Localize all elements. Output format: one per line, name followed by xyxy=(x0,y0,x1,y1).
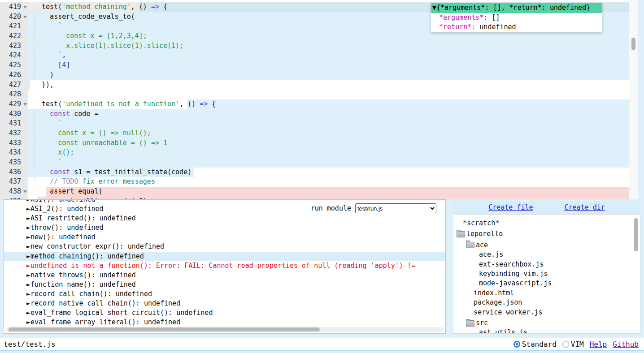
triangle-right-icon[interactable]: ► xyxy=(26,252,30,260)
inspector-value: undefined xyxy=(475,23,516,31)
fold-widget[interactable] xyxy=(22,187,28,197)
code-line[interactable]: x(); xyxy=(28,148,629,158)
console-item[interactable]: ►method chaining(): undefined xyxy=(4,252,445,261)
keybinding-standard-label: Standard xyxy=(522,340,557,349)
console-item[interactable]: ►eval_frame logical short circuit(): und… xyxy=(4,308,445,318)
fold-widget[interactable] xyxy=(22,99,28,109)
triangle-right-icon[interactable]: ► xyxy=(26,290,30,298)
triangle-right-icon[interactable]: ► xyxy=(26,199,30,203)
code-line-row: 435 ` xyxy=(0,158,629,168)
tree-item-src[interactable]: src xyxy=(453,319,640,328)
triangle-right-icon[interactable]: ► xyxy=(26,224,30,232)
run-module-select[interactable]: test/run.js xyxy=(355,203,436,213)
tree-item-mode-javascript-js[interactable]: mode-javascript.js xyxy=(453,279,640,288)
code-line-row: 431 ` xyxy=(0,119,629,129)
keybinding-standard-option[interactable]: Standard xyxy=(513,340,557,349)
triangle-right-icon[interactable]: ► xyxy=(26,242,30,250)
line-number-gutter: 438 xyxy=(0,187,28,197)
fold-widget[interactable] xyxy=(22,12,28,22)
console-item[interactable]: ►ASI_restrited(): undefined xyxy=(4,214,445,223)
triangle-right-icon[interactable]: ► xyxy=(26,205,30,213)
tree-item-ace[interactable]: ace xyxy=(453,241,640,250)
code-token: 4 xyxy=(62,61,66,69)
code-line-text: ` xyxy=(28,119,62,129)
keybinding-vim-option[interactable]: VIM xyxy=(562,340,584,349)
console-item-text: throw(): undefined xyxy=(30,224,104,232)
fold-arrow-icon[interactable] xyxy=(23,16,27,18)
console-horizontal-scrollbar[interactable] xyxy=(6,327,444,332)
triangle-right-icon[interactable]: ► xyxy=(26,280,30,288)
triangle-right-icon[interactable]: ► xyxy=(26,233,30,241)
fold-arrow-icon[interactable] xyxy=(23,103,27,106)
code-line[interactable] xyxy=(28,90,629,99)
tree-item-ext-searchbox-js[interactable]: ext-searchbox.js xyxy=(453,260,640,269)
radio-selected-icon[interactable] xyxy=(513,341,520,348)
code-line-row: 425 [4] xyxy=(0,60,629,70)
code-token xyxy=(34,22,58,30)
triangle-down-icon[interactable]: ▼ xyxy=(432,4,436,12)
tree-item-ace-js[interactable]: ace.js xyxy=(453,250,640,259)
run-module-label: run module xyxy=(311,204,351,212)
code-token: const x = [1,2,3,4]; xyxy=(66,32,147,40)
code-line[interactable]: [4] xyxy=(28,60,629,70)
fold-widget xyxy=(22,31,28,41)
fold-arrow-icon[interactable] xyxy=(23,6,27,9)
editor-vertical-scrollbar[interactable] xyxy=(629,0,638,199)
tree-item-label: ace xyxy=(476,241,488,250)
code-line[interactable]: `, xyxy=(28,51,629,60)
inspector-row[interactable]: *arguments*: [] xyxy=(431,13,602,23)
triangle-right-icon[interactable]: ► xyxy=(26,299,30,307)
fold-widget[interactable] xyxy=(22,2,28,12)
fold-arrow-icon[interactable] xyxy=(23,190,27,193)
triangle-right-icon[interactable]: ► xyxy=(26,262,30,270)
code-line-text: `, xyxy=(28,51,66,60)
triangle-right-icon[interactable]: ► xyxy=(26,309,30,317)
console-item[interactable]: ►throw(): undefined xyxy=(4,223,445,232)
editor-scrollbar-thumb[interactable] xyxy=(631,38,635,50)
code-line[interactable]: const s1 = test_initial_state(code) xyxy=(28,168,629,177)
tree-item-label: index.html xyxy=(474,288,514,298)
console-item[interactable]: ►record call chain(): undefined xyxy=(4,289,445,299)
help-link[interactable]: Help xyxy=(590,340,607,349)
code-line[interactable]: const x = [1,2,3,4]; xyxy=(28,31,629,41)
create-dir-link[interactable]: Create dir xyxy=(565,203,605,211)
console-item[interactable]: ►native throws(): undefined xyxy=(4,271,445,280)
tree-item-leporello[interactable]: leporello xyxy=(453,229,640,239)
github-link[interactable]: Github xyxy=(613,340,639,349)
tree-item--scratch-[interactable]: *scratch* xyxy=(453,219,640,228)
code-line[interactable]: }), xyxy=(28,80,629,90)
triangle-right-icon[interactable]: ► xyxy=(26,214,30,222)
create-file-link[interactable]: Create file xyxy=(488,203,533,211)
code-line[interactable]: test('undefined is not a function', () =… xyxy=(28,99,629,109)
console-item[interactable]: ►new(): undefined xyxy=(4,232,445,242)
console-item[interactable]: ►function name(): undefined xyxy=(4,280,445,289)
console-scrollbar-thumb[interactable] xyxy=(9,327,320,331)
tree-item-keybinding-vim-js[interactable]: keybinding-vim.js xyxy=(453,269,640,279)
code-line[interactable]: const code = xyxy=(28,109,629,119)
filetree-scrollbar-thumb[interactable] xyxy=(634,218,638,251)
code-line[interactable]: ) xyxy=(28,70,629,80)
code-line[interactable]: const unreachable = () => 1 xyxy=(28,138,629,148)
code-line[interactable]: const x = () => null(); xyxy=(28,129,629,138)
code-line[interactable]: x.slice(1).slice(1).slice(1); xyxy=(28,41,629,51)
console-item[interactable]: ►new constructor expr(): undefined xyxy=(4,242,445,251)
tree-item-package-json[interactable]: package.json xyxy=(453,298,640,307)
tree-item-service-worker-js[interactable]: service_worker.js xyxy=(453,308,640,317)
inspector-row[interactable]: *return*: undefined xyxy=(431,22,602,32)
inspector-header[interactable]: ▼{*arguments*: [], *return*: undefined} xyxy=(431,3,602,13)
triangle-right-icon[interactable]: ► xyxy=(26,318,30,326)
radio-unselected-icon[interactable] xyxy=(562,341,569,348)
console-item[interactable]: ►record native call chain(): undefined xyxy=(4,299,445,308)
code-line[interactable]: ` xyxy=(28,119,629,129)
code-line[interactable]: ` xyxy=(28,158,629,168)
triangle-right-icon[interactable]: ► xyxy=(26,271,30,279)
console-item[interactable]: ►undefined is not a function(): Error: F… xyxy=(4,261,445,271)
bottom-strip xyxy=(0,350,644,353)
console-item[interactable]: ►eval_frame array_literal(): undefined xyxy=(4,318,445,327)
tree-item-label: ext-searchbox.js xyxy=(479,260,544,269)
tree-item-index-html[interactable]: index.html xyxy=(453,288,640,298)
code-token xyxy=(34,168,50,176)
code-line[interactable]: assert_equal( xyxy=(28,187,629,197)
tree-item-ast-utils-js[interactable]: ast_utils.js xyxy=(453,328,640,334)
code-line[interactable]: // TODO fix error messages xyxy=(28,177,629,187)
